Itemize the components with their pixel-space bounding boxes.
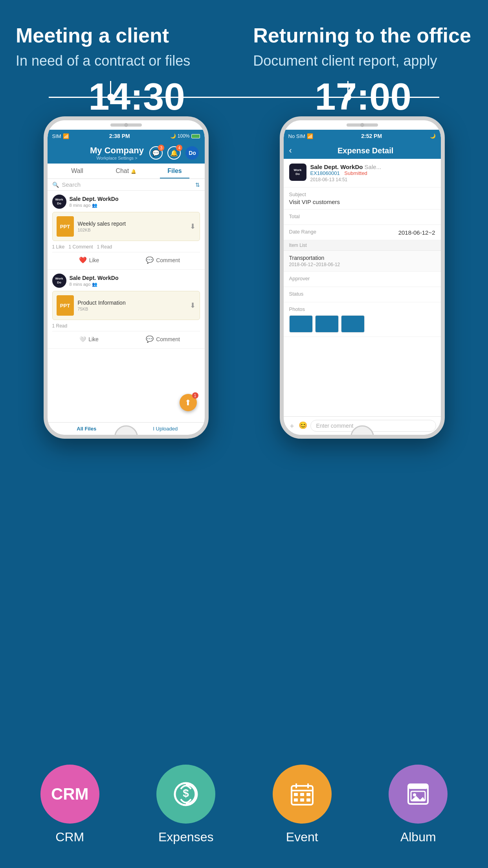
- photos-row: Photos: [284, 302, 441, 337]
- sender-name: Sale Dept. WorkDo Sale...: [310, 164, 435, 170]
- ppt-icon-2: PPT: [57, 295, 74, 316]
- transportation-row: Transportation 2018-06-12~2018-06-12: [284, 251, 441, 272]
- avatar[interactable]: Do: [185, 146, 199, 160]
- download-btn-2[interactable]: ⬇: [190, 301, 196, 310]
- scenario-2-title: Returning to the office: [253, 24, 472, 47]
- expense-id: EX18060001 Submitted: [310, 170, 435, 176]
- search-bar[interactable]: 🔍 Search ⇅: [48, 179, 205, 191]
- transportation-date: 2018-06-12~2018-06-12: [289, 262, 435, 267]
- file-size-1: 102KB: [78, 228, 190, 232]
- status-row: Status: [284, 287, 441, 302]
- search-input[interactable]: Search: [62, 181, 195, 188]
- post-name-1: Sale Dept. WorkDo: [70, 196, 200, 202]
- moon-icon: 🌙: [170, 133, 176, 139]
- phone-1-inner: SIM 📶 2:38 PM 🌙 100% My Company Workplac…: [48, 120, 205, 435]
- event-icon: [288, 780, 316, 808]
- status-left-2: No SIM 📶: [288, 133, 313, 139]
- expense-body: WorkDo Sale Dept. WorkDo Sale... EX18060…: [284, 159, 441, 430]
- upload-fab[interactable]: ⬆ 1: [180, 394, 197, 411]
- app-title-main: My Company: [90, 145, 144, 156]
- subject-label: Subject: [289, 191, 435, 197]
- all-files-tab[interactable]: All Files: [48, 423, 126, 435]
- tab-files[interactable]: Files: [150, 164, 199, 178]
- file-card-1[interactable]: PPT Weekly sales report 102KB ⬇: [52, 212, 200, 241]
- back-btn[interactable]: ‹: [289, 145, 292, 156]
- feature-expenses[interactable]: $ Expenses: [156, 765, 215, 844]
- album-label: Album: [400, 830, 436, 844]
- total-label: Total: [289, 213, 435, 219]
- file-info-1: Weekly sales report 102KB: [78, 221, 190, 232]
- i-uploaded-tab[interactable]: I Uploaded: [126, 423, 205, 435]
- comment-icons: ＋ 😊: [288, 421, 307, 430]
- heart-empty-icon: 🤍: [79, 336, 86, 342]
- status-bar-2: No SIM 📶 2:52 PM 🌙: [284, 130, 441, 142]
- comment-btn-2[interactable]: 💬 Comment: [126, 334, 200, 344]
- post-actions-2: 1 Read: [52, 323, 200, 329]
- post-meta-1: Sale Dept. WorkDo 8 mins ago 👥: [70, 196, 200, 208]
- status-submitted: Submitted: [344, 170, 367, 176]
- like-btn-1[interactable]: ❤️ Like: [52, 255, 126, 265]
- photos-thumbs: [289, 315, 435, 333]
- subject-value: Visit VIP customers: [289, 199, 435, 205]
- post-header-2: WorkDo Sale Dept. WorkDo 8 mins ago 👥: [52, 274, 200, 288]
- comment-btn-1[interactable]: 💬 Comment: [126, 255, 200, 265]
- expenses-icon: $: [172, 780, 200, 808]
- app-title: My Company Workplace Settings >: [90, 145, 144, 160]
- post-actions-1: 1 Like 1 Comment 1 Read: [52, 244, 200, 250]
- status-label: Status: [289, 291, 435, 297]
- scenario-2: Returning to the office Document client …: [253, 24, 472, 69]
- tab-chat[interactable]: Chat 🔔: [102, 164, 150, 178]
- file-post-1: WorkDo Sale Dept. WorkDo 8 mins ago 👥 PP…: [48, 191, 205, 270]
- phone-2-inner: No SIM 📶 2:52 PM 🌙 ‹ Expense Detail Work…: [284, 120, 441, 435]
- nav-tabs: Wall Chat 🔔 Files: [48, 164, 205, 179]
- comment-field[interactable]: Enter comment: [310, 420, 436, 432]
- chat-icon-badge[interactable]: 💬 3: [149, 146, 163, 160]
- date-range-value: 2018-06-12~2: [398, 229, 435, 236]
- notif-icon-badge[interactable]: 🔔 4: [167, 146, 181, 160]
- tab-wall[interactable]: Wall: [53, 164, 102, 178]
- subject-row: Subject Visit VIP customers: [284, 188, 441, 210]
- upload-icon: ⬆: [185, 398, 191, 407]
- top-section: Meeting a client In need of a contract o…: [0, 0, 488, 69]
- status-bar-1: SIM 📶 2:38 PM 🌙 100%: [48, 130, 205, 142]
- notif-badge: 4: [176, 145, 182, 151]
- post-action-bar-1: ❤️ Like 💬 Comment: [52, 252, 200, 265]
- comment-icon-2: 💬: [146, 335, 154, 343]
- feature-event[interactable]: Event: [273, 765, 332, 844]
- expense-date: 2018-06-13 14:51: [310, 177, 435, 182]
- battery: 100%: [178, 133, 190, 139]
- filter-icon[interactable]: ⇅: [195, 182, 200, 188]
- feature-album[interactable]: Album: [389, 765, 448, 844]
- svg-rect-10: [300, 798, 304, 802]
- carrier-2: No SIM: [288, 133, 305, 139]
- post-action-bar-2: 🤍 Like 💬 Comment: [52, 331, 200, 344]
- emoji-icon[interactable]: 😊: [299, 421, 307, 430]
- heart-icon: ❤️: [79, 256, 87, 264]
- time-label-1: 14:30: [88, 75, 185, 118]
- search-icon: 🔍: [52, 182, 59, 188]
- post-time-1: 8 mins ago 👥: [70, 203, 200, 208]
- feature-crm[interactable]: CRM CRM: [40, 765, 99, 844]
- photo-thumb-1[interactable]: [289, 315, 313, 333]
- expenses-bubble: $: [156, 765, 215, 824]
- file-card-2[interactable]: PPT Product Information 75KB ⬇: [52, 291, 200, 320]
- svg-rect-13: [408, 784, 428, 789]
- camera-dot-2: [360, 123, 364, 127]
- like-btn-2[interactable]: 🤍 Like: [52, 334, 126, 344]
- download-btn-1[interactable]: ⬇: [190, 222, 196, 231]
- photo-thumb-2[interactable]: [315, 315, 339, 333]
- sender-info: Sale Dept. WorkDo Sale... EX18060001 Sub…: [310, 164, 435, 182]
- expense-sender: WorkDo Sale Dept. WorkDo Sale... EX18060…: [284, 159, 441, 188]
- date-range-row: Date Range 2018-06-12~2: [284, 225, 441, 240]
- plus-icon[interactable]: ＋: [288, 421, 295, 430]
- status-right: 🌙 100%: [170, 133, 200, 139]
- upload-badge: 1: [192, 392, 198, 399]
- scenario-1-title: Meeting a client: [16, 24, 235, 47]
- event-label: Event: [286, 830, 318, 844]
- photo-thumb-3[interactable]: [341, 315, 365, 333]
- phones-section: SIM 📶 2:38 PM 🌙 100% My Company Workplac…: [0, 116, 488, 439]
- chat-mute-icon: 🔔: [131, 169, 136, 174]
- moon-icon-2: 🌙: [430, 133, 436, 139]
- status-right-2: 🌙: [430, 133, 436, 139]
- phone-1: SIM 📶 2:38 PM 🌙 100% My Company Workplac…: [44, 116, 209, 439]
